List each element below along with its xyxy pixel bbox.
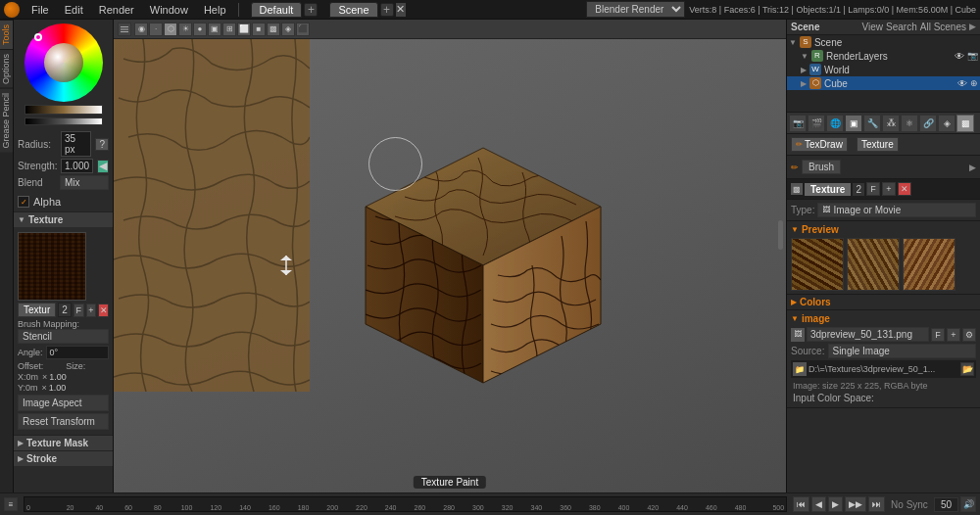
image-settings-btn[interactable]: ⚙: [962, 328, 976, 342]
scene-tab-close[interactable]: ✕: [396, 3, 406, 17]
color-wheel[interactable]: [24, 23, 103, 102]
color-gradient-bar[interactable]: [24, 105, 103, 115]
render-icon[interactable]: ▣: [208, 23, 221, 36]
prop-tab-material[interactable]: ◈: [938, 115, 956, 132]
prop-tab-scene[interactable]: 🎬: [808, 115, 825, 132]
outliner-expand-btn[interactable]: ▶: [969, 22, 976, 32]
vtab-options[interactable]: Options: [0, 49, 13, 88]
texture-name-display[interactable]: Texture: [805, 183, 851, 196]
workspace-tab-default[interactable]: Default: [251, 2, 303, 18]
texture-browse-btn[interactable]: F: [74, 304, 84, 317]
image-section-header[interactable]: ▼ image: [791, 313, 976, 324]
texture-prop-btn[interactable]: Texture: [857, 137, 899, 152]
prop-tab-object[interactable]: ▣: [845, 115, 862, 132]
add-scene-button[interactable]: +: [380, 3, 394, 17]
texture-mask-header[interactable]: ▶ Texture Mask: [14, 435, 113, 450]
menu-window[interactable]: Window: [146, 4, 192, 16]
texture-remove-btn[interactable]: ✕: [98, 304, 109, 317]
radius-value[interactable]: 35 px: [61, 131, 91, 157]
texture-add-right-btn[interactable]: +: [882, 182, 896, 196]
view-icon[interactable]: ◉: [134, 23, 148, 36]
image-add-btn[interactable]: +: [947, 328, 960, 342]
wireframe-icon[interactable]: ⬜: [237, 23, 251, 36]
brush-mapping-select[interactable]: Stencil: [18, 329, 109, 344]
tree-world[interactable]: ▶ W World: [787, 63, 980, 76]
material-icon[interactable]: ◈: [281, 23, 295, 36]
menu-edit[interactable]: Edit: [61, 4, 87, 16]
add-workspace-button[interactable]: +: [304, 3, 318, 17]
outliner-view-btn[interactable]: View: [862, 22, 884, 32]
image-filename-display[interactable]: 3dpreview_50_131.png: [807, 327, 929, 342]
ortho-icon[interactable]: ⊞: [222, 23, 236, 36]
mesh-icon[interactable]: ⬡: [164, 23, 177, 36]
prop-tab-modifier[interactable]: 🔧: [863, 115, 881, 132]
prop-tab-particles[interactable]: ⁂: [882, 115, 900, 132]
play-btn[interactable]: ▶: [828, 496, 843, 512]
menu-help[interactable]: Help: [200, 4, 230, 16]
menu-render[interactable]: Render: [95, 4, 138, 16]
cube-eye-icon[interactable]: 👁: [957, 78, 967, 89]
texture-name-btn[interactable]: Textur: [18, 303, 56, 317]
renderlayers-eye-icon[interactable]: 👁: [955, 51, 964, 62]
prop-tab-physics[interactable]: ⚛: [901, 115, 918, 132]
vtab-tools[interactable]: Tools: [0, 20, 13, 49]
filepath-open-btn[interactable]: 📂: [960, 362, 974, 376]
outliner-search-btn[interactable]: Search: [886, 22, 917, 32]
strength-toggle-btn[interactable]: ◀: [97, 160, 109, 173]
source-select[interactable]: Single Image: [828, 344, 976, 358]
solid-icon[interactable]: ■: [252, 23, 266, 36]
next-frame-btn[interactable]: ▶▶: [845, 496, 866, 512]
timeline-menu-btn[interactable]: ≡: [4, 497, 18, 511]
cube-cursor-icon[interactable]: ⊕: [970, 78, 978, 88]
viewport-menu-icon[interactable]: [118, 23, 131, 36]
x1-value[interactable]: 1.00: [49, 372, 67, 382]
reset-transform-btn[interactable]: Reset Transform: [18, 413, 109, 430]
tree-cube[interactable]: ▶ ⬡ Cube 👁 ⊕: [787, 76, 980, 90]
strength-value[interactable]: 1.000: [61, 159, 93, 173]
menu-file[interactable]: File: [27, 4, 53, 16]
jump-end-btn[interactable]: ⏭: [868, 496, 885, 512]
color-wheel-container[interactable]: [24, 23, 103, 102]
scene-tab[interactable]: Scene: [329, 2, 377, 18]
texture-icon[interactable]: ▩: [267, 23, 280, 36]
prop-tab-world[interactable]: 🌐: [826, 115, 844, 132]
vtab-grease-pencil[interactable]: Grease Pencil: [0, 88, 13, 153]
texture-browse-right-btn[interactable]: F: [866, 182, 880, 196]
radius-help-btn[interactable]: ?: [95, 138, 109, 151]
texture-section-header[interactable]: ▼ Texture: [14, 211, 113, 227]
timeline-ruler[interactable]: 0 20 40 60 80 100 120 140 160 180 200 22…: [24, 496, 787, 512]
brush-arrow-icon[interactable]: ▶: [969, 163, 976, 172]
point-icon[interactable]: ·: [149, 23, 163, 36]
color-value-bar[interactable]: [24, 117, 103, 125]
preview-header[interactable]: ▼ Preview: [791, 224, 976, 235]
render-engine-select[interactable]: Blender Render: [586, 1, 685, 18]
image-aspect-btn[interactable]: Image Aspect: [18, 395, 109, 411]
light-icon[interactable]: ☀: [178, 23, 192, 36]
texture-list-icon[interactable]: ▩: [791, 183, 803, 195]
prop-tab-render[interactable]: 📷: [789, 115, 807, 132]
prev-frame-btn[interactable]: ◀: [811, 496, 826, 512]
viewport-scrollbar[interactable]: [778, 220, 783, 250]
alpha-checkbox[interactable]: [18, 196, 29, 208]
texture-remove-right-btn[interactable]: ✕: [898, 182, 911, 196]
angle-value[interactable]: 0°: [46, 346, 109, 359]
prop-tab-constraints[interactable]: 🔗: [919, 115, 937, 132]
audio-icon[interactable]: 🔊: [960, 496, 976, 512]
blend-selector[interactable]: Mix: [60, 175, 109, 190]
stencil-handle[interactable]: [280, 256, 292, 277]
prop-tab-texture[interactable]: ▩: [956, 115, 974, 132]
tree-scene[interactable]: ▼ S Scene: [787, 35, 980, 49]
y1-value[interactable]: 1.00: [49, 383, 67, 393]
brush-name-btn[interactable]: Brush: [802, 160, 841, 174]
image-browse-btn[interactable]: F: [931, 328, 945, 342]
shade-icon[interactable]: ●: [193, 23, 207, 36]
stroke-header[interactable]: ▶ Stroke: [14, 450, 113, 466]
tree-renderlayers[interactable]: ▼ R RenderLayers 👁 📷: [787, 49, 980, 63]
colors-section[interactable]: ▶ Colors: [787, 295, 980, 310]
jump-start-btn[interactable]: ⏮: [793, 496, 809, 512]
filepath-display[interactable]: D:\=\Textures\3dpreview_50_1...: [808, 364, 958, 374]
rendered-icon[interactable]: ⬛: [296, 23, 310, 36]
type-selector[interactable]: 🖼 Image or Movie: [817, 203, 976, 217]
viewport-canvas[interactable]: Texture Paint: [114, 39, 786, 492]
texture-add-btn[interactable]: +: [86, 304, 97, 317]
